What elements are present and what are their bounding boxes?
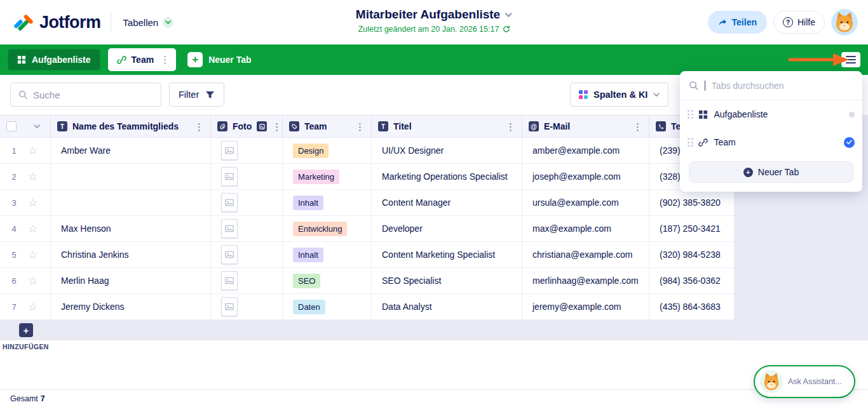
cell-phone[interactable]: (435) 864-3683 [649,294,734,319]
tab-team[interactable]: Team ⋮ [108,48,177,71]
tables-menu[interactable]: Tabellen [123,17,173,28]
search-input[interactable] [33,90,153,100]
add-row-button[interactable]: + [19,323,33,337]
cell-photo[interactable] [211,138,283,163]
cell-phone[interactable]: (902) 385-3820 [649,190,734,215]
cell-email[interactable]: ursula@example.com [522,190,649,215]
cell-photo[interactable] [211,242,283,267]
cell-email[interactable]: joseph@example.com [522,164,649,189]
select-all-checkbox[interactable] [6,121,17,131]
table-row[interactable]: 1 ☆ Amber Ware Design UI/UX Designer amb… [0,138,734,164]
cell-title[interactable]: Data Analyst [372,294,522,319]
row-number: 7 [8,302,20,312]
cell-email[interactable]: merlinhaag@example.com [522,268,649,293]
cell-email[interactable]: christiana@example.com [522,242,649,267]
cell-phone[interactable]: (187) 250-3421 [649,216,734,241]
cell-name[interactable]: Amber Ware [51,138,211,163]
column-menu-kebab-icon[interactable]: ⋮ [506,122,515,131]
cell-name[interactable]: Jeremy Dickens [51,294,211,319]
drag-handle-icon[interactable] [688,110,693,119]
table-row[interactable]: 5 ☆ Christina Jenkins Inhalt Content Mar… [0,242,734,268]
cell-email[interactable]: max@example.com [522,216,649,241]
jotform-logo[interactable]: Jotform [13,11,100,33]
tabs-search-box[interactable] [680,71,862,100]
user-avatar[interactable] [831,9,858,36]
table-row[interactable]: 3 ☆ Inhalt Content Manager ursula@exampl… [0,190,734,216]
cell-photo[interactable] [211,294,283,319]
cell-team[interactable]: Design [283,138,372,163]
cell-team[interactable]: Entwicklung [283,216,372,241]
columns-ai-button[interactable]: Spalten & KI [570,83,668,107]
cell-photo[interactable] [211,190,283,215]
table-row[interactable]: 7 ☆ Jeremy Dickens Daten Data Analyst je… [0,294,734,320]
add-row-band[interactable] [0,320,734,340]
row-height-chevron-icon[interactable] [34,124,40,128]
cell-team[interactable]: Daten [283,294,372,319]
dropdown-new-tab-button[interactable]: + Neuer Tab [689,161,853,183]
image-preview-badge-icon[interactable] [257,121,267,131]
column-header-team[interactable]: Team ⋮ [283,116,372,137]
table-row[interactable]: 4 ☆ Max Henson Entwicklung Developer max… [0,216,734,242]
help-button[interactable]: ? Hilfe [773,11,825,34]
column-menu-kebab-icon[interactable]: ⋮ [633,122,642,131]
search-box[interactable] [10,83,161,107]
column-menu-kebab-icon[interactable]: ⋮ [272,122,281,131]
column-header-email[interactable]: @ E-Mail ⋮ [522,116,649,137]
ask-assistant-button[interactable]: Ask Assistant... [754,365,855,398]
tab-options-kebab-icon[interactable]: ⋮ [160,54,170,65]
column-header-foto[interactable]: Foto ⋮ [211,116,283,137]
cell-name[interactable]: Merlin Haag [51,268,211,293]
star-icon[interactable]: ☆ [28,171,37,182]
tabs-menu-item-aufgabenliste[interactable]: Aufgabenliste [680,100,862,128]
cell-phone[interactable]: (984) 356-0362 [649,268,734,293]
drag-handle-icon[interactable] [688,138,693,147]
cell-team[interactable]: Inhalt [283,242,372,267]
star-icon[interactable]: ☆ [28,302,37,312]
share-icon [718,18,728,27]
tabs-menu-item-label: Team [714,137,736,147]
cell-photo[interactable] [211,164,283,189]
cell-photo[interactable] [211,268,283,293]
table-row[interactable]: 6 ☆ Merlin Haag SEO SEO Specialist merli… [0,268,734,294]
cell-name[interactable]: Max Henson [51,216,211,241]
star-icon[interactable]: ☆ [28,250,37,260]
cell-title[interactable]: SEO Specialist [372,268,522,293]
column-menu-kebab-icon[interactable]: ⋮ [355,122,365,131]
cell-title[interactable]: UI/UX Designer [372,138,522,163]
cell-team[interactable]: Marketing [283,164,372,189]
table-row[interactable]: 2 ☆ Marketing Marketing Operations Speci… [0,164,734,190]
star-icon[interactable]: ☆ [28,145,37,156]
tab-aufgabenliste[interactable]: Aufgabenliste [8,49,100,70]
cell-name[interactable] [51,190,211,215]
tabs-search-input[interactable] [712,81,853,91]
cell-name[interactable]: Christina Jenkins [51,242,211,267]
cell-email[interactable]: jeremy@example.com [522,294,649,319]
cell-name[interactable] [51,164,211,189]
share-button-label: Teilen [732,17,757,27]
column-header-titel[interactable]: T Titel ⋮ [372,116,522,137]
text-column-icon: T [378,121,388,131]
cell-phone[interactable]: (320) 984-5238 [649,242,734,267]
broken-image-icon [225,172,234,181]
filter-button[interactable]: Filter [169,83,224,107]
star-icon[interactable]: ☆ [28,224,37,234]
tabs-menu-item-team[interactable]: Team [680,128,862,156]
cell-email[interactable]: amber@example.com [522,138,649,163]
cell-title[interactable]: Developer [372,216,522,241]
column-header-name[interactable]: T Name des Teammitglieds ⋮ [51,116,211,137]
plus-icon: + [187,52,203,67]
star-icon[interactable]: ☆ [28,197,37,208]
tabs-list-menu-button[interactable] [841,52,860,67]
cell-photo[interactable] [211,216,283,241]
title-chevron-down-icon[interactable] [505,13,512,17]
cell-team[interactable]: SEO [283,268,372,293]
cell-team[interactable]: Inhalt [283,190,372,215]
new-tab-button[interactable]: + Neuer Tab [187,52,251,67]
cell-title[interactable]: Content Marketing Specialist [372,242,522,267]
cell-title[interactable]: Content Manager [372,190,522,215]
cell-title[interactable]: Marketing Operations Specialist [372,164,522,189]
refresh-icon[interactable] [502,25,510,33]
share-button[interactable]: Teilen [708,11,767,34]
column-menu-kebab-icon[interactable]: ⋮ [194,122,204,131]
star-icon[interactable]: ☆ [28,276,37,286]
